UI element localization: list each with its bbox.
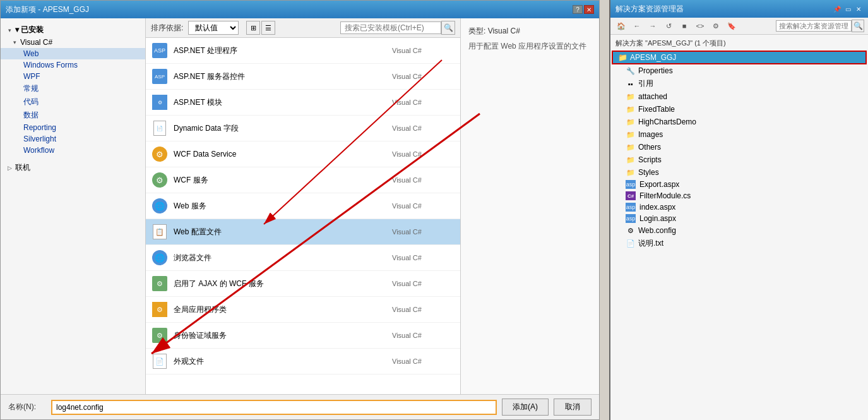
list-item[interactable]: 📄 外观文件 Visual C#	[146, 349, 460, 375]
installed-arrow: ▾	[6, 27, 13, 34]
tree-item-web[interactable]: Web	[1, 48, 145, 59]
tree-item-silverlight[interactable]: Silverlight	[1, 133, 145, 145]
sol-item-label: Export.aspx	[639, 180, 679, 189]
sol-tree-item-attached[interactable]: 📁 attached	[610, 90, 868, 103]
item-name: 全局应用程序类	[174, 304, 392, 315]
sol-home-button[interactable]: 🏠	[614, 20, 628, 32]
list-item[interactable]: ⚙ 启用了 AJAX 的 WCF 服务 Visual C#	[146, 271, 460, 297]
list-item[interactable]: ⚙ ASP.NET 模块 Visual C#	[146, 90, 460, 116]
globe-icon: 🌐	[152, 198, 167, 213]
project-icon: 📁	[618, 53, 627, 62]
search-button[interactable]: 🔍	[441, 21, 455, 35]
item-name: WCF 服务	[174, 175, 392, 186]
tree-item-normal[interactable]: 常规	[1, 82, 145, 95]
txt-readme-icon: 📄	[626, 239, 636, 249]
item-icon: 🌐	[151, 249, 169, 267]
sol-item-label: index.aspx	[639, 203, 675, 212]
project-row[interactable]: 📁 APESM_GGJ	[612, 51, 867, 64]
sol-item-label: Properties	[638, 66, 673, 75]
visual-csharp-parent[interactable]: ▾ Visual C#	[1, 37, 145, 48]
sol-tree-item-properties[interactable]: 🔧 Properties	[610, 64, 868, 77]
dialog-titlebar: 添加新项 - APESM_GGJ ? ✕	[1, 1, 599, 18]
list-item[interactable]: ⚙ WCF Data Service Visual C#	[146, 141, 460, 167]
sol-tree-item-highcharts[interactable]: 📁 HighChartsDemo	[610, 116, 868, 128]
pin-button[interactable]: 📌	[833, 4, 841, 13]
cancel-button[interactable]: 取消	[554, 399, 592, 416]
sol-item-label: Images	[638, 130, 663, 139]
sol-stop-button[interactable]: ■	[677, 20, 691, 32]
sol-tree-item-webconfig[interactable]: ⚙ Web.config	[610, 224, 868, 237]
sol-refresh-button[interactable]: ↺	[662, 20, 675, 32]
aspx-login-icon: asp	[626, 214, 636, 223]
sol-tree-item-login[interactable]: asp Login.aspx	[610, 213, 868, 224]
item-category: Visual C#	[392, 332, 455, 339]
info-type: 类型: Visual C#	[468, 26, 592, 37]
list-item-selected[interactable]: 📋 Web 配置文件 Visual C#	[146, 219, 460, 245]
item-category: Visual C#	[392, 228, 455, 236]
float-button[interactable]: ▭	[843, 4, 852, 13]
sol-item-label: HighChartsDemo	[638, 117, 696, 126]
tree-item-data[interactable]: 数据	[1, 109, 145, 122]
title-buttons: ? ✕	[573, 5, 594, 14]
sol-bookmark-button[interactable]: 🔖	[725, 20, 739, 32]
skin-icon: 📄	[153, 354, 167, 369]
sol-item-label: Web.config	[638, 226, 676, 235]
config-webconfig-icon: ⚙	[626, 225, 636, 236]
add-button[interactable]: 添加(A)	[502, 399, 549, 416]
sort-dropdown[interactable]: 默认值	[188, 21, 239, 35]
aspnet3-icon: ⚙	[152, 95, 167, 110]
wcf2-icon: ⚙	[152, 172, 167, 188]
online-section[interactable]: ▷ 联机	[1, 161, 145, 174]
sol-tree-item-others[interactable]: 📁 Others	[610, 141, 868, 153]
grid-view-button[interactable]: ⊞	[246, 21, 260, 35]
item-category: Visual C#	[392, 306, 455, 313]
name-input[interactable]	[51, 400, 497, 415]
list-item[interactable]: ⚙ WCF 服务 Visual C#	[146, 167, 460, 193]
search-box: 🔍	[340, 21, 455, 35]
list-item[interactable]: 🌐 浏览器文件 Visual C#	[146, 245, 460, 271]
sol-tree-item-export[interactable]: asp Export.aspx	[610, 179, 868, 190]
solution-titlebar: 解决方案资源管理器 📌 ▭ ✕	[610, 0, 868, 18]
sol-back-button[interactable]: ←	[630, 20, 644, 32]
list-item[interactable]: 📄 Dynamic Data 字段 Visual C#	[146, 116, 460, 141]
tree-item-code[interactable]: 代码	[1, 95, 145, 109]
tree-item-reporting[interactable]: Reporting	[1, 122, 145, 133]
list-item[interactable]: ⚙ 身份验证域服务 Visual C#	[146, 323, 460, 349]
tree-item-workflow[interactable]: Workflow	[1, 145, 145, 156]
solution-search-button[interactable]: 🔍	[852, 20, 864, 32]
sol-item-label: attached	[638, 92, 667, 101]
tree-item-wpf[interactable]: WPF	[1, 71, 145, 82]
aspnet-icon: ASP	[152, 43, 167, 58]
close-button[interactable]: ✕	[584, 5, 594, 14]
sol-tree-item-index[interactable]: asp index.aspx	[610, 201, 868, 213]
list-item[interactable]: ⚙ 全局应用程序类 Visual C#	[146, 297, 460, 323]
sol-tree-item-styles[interactable]: 📁 Styles	[610, 166, 868, 179]
list-view-button[interactable]: ☰	[261, 21, 275, 35]
solution-search-input[interactable]	[776, 20, 852, 32]
list-item[interactable]: ASP ASP.NET 服务器控件 Visual C#	[146, 64, 460, 90]
sol-tree-item-scripts[interactable]: 📁 Scripts	[610, 153, 868, 166]
tree-item-windowsforms[interactable]: Windows Forms	[1, 59, 145, 71]
installed-header[interactable]: ▾ ▾ 已安装	[1, 23, 145, 37]
sol-tree-item-fixedtable[interactable]: 📁 FixedTable	[610, 103, 868, 116]
sol-tree-item-readme[interactable]: 📄 说明.txt	[610, 237, 868, 250]
sol-forward-button[interactable]: →	[646, 20, 660, 32]
installed-label: ▾ 已安装	[15, 25, 44, 35]
global-icon: ⚙	[152, 302, 167, 317]
sol-item-label: 引用	[638, 78, 653, 89]
list-item[interactable]: 🌐 Web 服务 Visual C#	[146, 193, 460, 219]
sol-tree-item-references[interactable]: ▪▪ 引用	[610, 77, 868, 90]
sol-item-label: Scripts	[638, 155, 662, 164]
help-button[interactable]: ?	[573, 5, 583, 14]
sol-tree-item-images[interactable]: 📁 Images	[610, 128, 868, 141]
search-input[interactable]	[340, 21, 441, 34]
list-item[interactable]: ASP ASP.NET 处理程序 Visual C#	[146, 38, 460, 64]
close-sol-button[interactable]: ✕	[854, 4, 863, 13]
sol-code-button[interactable]: <>	[693, 20, 707, 32]
item-icon: 📄	[151, 119, 169, 137]
folder-images-icon: 📁	[626, 129, 636, 140]
sol-tree-item-filtermodule[interactable]: C# FilterModule.cs	[610, 190, 868, 201]
references-icon: ▪▪	[626, 79, 636, 89]
sol-gear-button[interactable]: ⚙	[709, 20, 723, 32]
item-category: Visual C#	[392, 176, 455, 184]
